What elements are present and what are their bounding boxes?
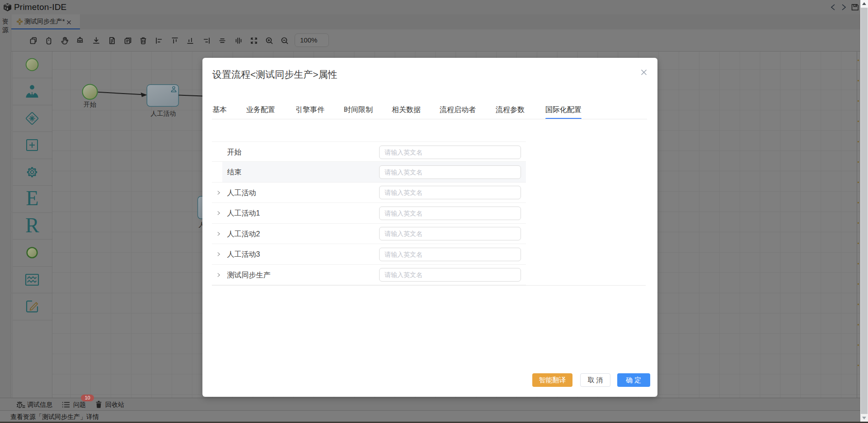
svg-text:开始: 开始	[84, 101, 96, 108]
svg-text:人工活动: 人工活动	[150, 109, 176, 117]
